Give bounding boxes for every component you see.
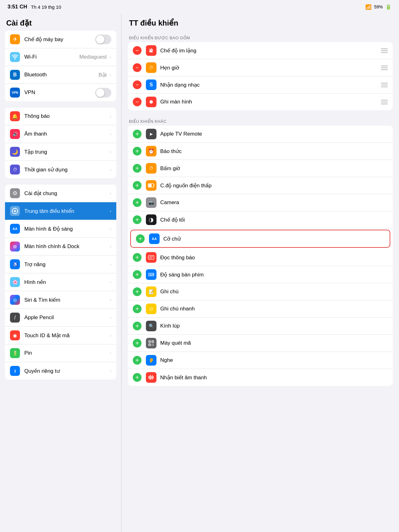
wifi-label: Wi-Fi bbox=[24, 54, 79, 60]
control-item-quicknote[interactable]: + ⊡ Ghi chú nhanh bbox=[128, 300, 393, 318]
settings-item-pencil[interactable]: / Apple Pencil › bbox=[5, 309, 116, 327]
settings-item-notification[interactable]: 🔔 Thông báo › bbox=[5, 108, 116, 125]
remove-shazam-btn[interactable]: − bbox=[133, 80, 142, 89]
control-item-silent[interactable]: − Chế độ im lặng bbox=[128, 42, 393, 59]
svg-rect-22 bbox=[150, 375, 151, 380]
add-camera-btn[interactable]: + bbox=[133, 198, 142, 207]
add-read-btn[interactable]: + bbox=[133, 253, 142, 262]
read-icon bbox=[146, 252, 156, 263]
bluetooth-value: Bật bbox=[99, 72, 107, 78]
wifi-status-icon: 📶 bbox=[365, 4, 372, 10]
control-item-lowpower[interactable]: + C.độ nguồn điện thấp bbox=[128, 177, 393, 194]
remove-record-btn[interactable]: − bbox=[133, 98, 142, 106]
settings-item-cc[interactable]: Trung tâm điều khiển › bbox=[5, 202, 116, 220]
control-item-appletv[interactable]: + ▶ Apple TV Remote bbox=[128, 126, 393, 143]
battery-icon: 🔋 bbox=[385, 4, 392, 10]
notification-chevron: › bbox=[110, 114, 111, 119]
siri-chevron: › bbox=[110, 297, 111, 302]
status-bar: 3:51 CH Th 4 19 thg 10 📶 59% 🔋 bbox=[0, 0, 399, 14]
home-icon: ⊞ bbox=[10, 242, 20, 252]
scanner-label: Máy quét mã bbox=[160, 340, 388, 346]
control-item-scanner[interactable]: + Máy quét mã bbox=[128, 335, 393, 352]
svg-point-1 bbox=[14, 210, 16, 212]
add-lowpower-btn[interactable]: + bbox=[133, 181, 142, 190]
privacy-chevron: › bbox=[110, 368, 111, 373]
control-item-magnifier[interactable]: + 🔍 Kính lúp bbox=[128, 318, 393, 335]
add-stopwatch-btn[interactable]: + bbox=[133, 164, 142, 173]
scanner-icon bbox=[146, 338, 156, 348]
wifi-value: Mediaguest bbox=[79, 54, 107, 60]
settings-item-sound[interactable]: 🔊 Âm thanh › bbox=[5, 125, 116, 143]
settings-item-airplane[interactable]: ✈ Chế độ máy bay bbox=[5, 31, 116, 48]
add-quicknote-btn[interactable]: + bbox=[133, 304, 142, 313]
control-item-record[interactable]: − ⏺ Ghi màn hình bbox=[128, 93, 393, 110]
control-item-dark[interactable]: + ◑ Chế độ tối bbox=[128, 211, 393, 228]
record-drag-handle[interactable] bbox=[381, 100, 388, 104]
notification-label: Thông báo bbox=[24, 113, 108, 119]
settings-item-bluetooth[interactable]: B Bluetooth Bật › bbox=[5, 66, 116, 84]
settings-item-general[interactable]: ⚙ Cài đặt chung › bbox=[5, 185, 116, 202]
control-item-notes[interactable]: + 📝 Ghi chú bbox=[128, 283, 393, 300]
settings-item-battery[interactable]: 🔋 Pin › bbox=[5, 344, 116, 362]
control-item-font[interactable]: + AA Cỡ chữ bbox=[130, 230, 390, 248]
settings-item-touchid[interactable]: ◉ Touch ID & Mật mã › bbox=[5, 327, 116, 344]
bluetooth-chevron: › bbox=[110, 72, 111, 77]
add-magnifier-btn[interactable]: + bbox=[133, 322, 142, 330]
add-alarm-btn[interactable]: + bbox=[133, 147, 142, 156]
privacy-icon: ||| bbox=[10, 366, 20, 376]
left-panel: Cài đặt ✈ Chế độ máy bay Wi-Fi Mediagues… bbox=[0, 14, 122, 532]
shazam-drag-handle[interactable] bbox=[381, 83, 388, 87]
svg-rect-25 bbox=[153, 376, 154, 379]
settings-item-vpn[interactable]: VPN VPN bbox=[5, 84, 116, 101]
settings-item-siri[interactable]: ◎ Siri & Tìm kiếm › bbox=[5, 291, 116, 309]
control-item-alarm[interactable]: + ⏰ Báo thức bbox=[128, 143, 393, 160]
control-item-camera[interactable]: + 📷 Camera bbox=[128, 194, 393, 211]
alarm-label: Báo thức bbox=[160, 148, 388, 155]
control-item-soundrec[interactable]: + Nhận biết âm thanh bbox=[128, 369, 393, 386]
wallpaper-icon: 🌸 bbox=[10, 277, 20, 287]
control-item-shazam[interactable]: − S Nhận dạng nhạc bbox=[128, 76, 393, 93]
svg-rect-17 bbox=[153, 344, 154, 344]
soundrec-icon bbox=[146, 372, 156, 383]
control-item-keyboard[interactable]: + ⌨ Độ sáng bàn phím bbox=[128, 266, 393, 283]
settings-item-screentime[interactable]: ⏱ Thời gian sử dụng › bbox=[5, 161, 116, 178]
settings-item-focus[interactable]: 🌙 Tập trung › bbox=[5, 143, 116, 161]
silent-label: Chế độ im lặng bbox=[160, 47, 378, 54]
timer-label: Hẹn giờ bbox=[160, 65, 378, 71]
remove-silent-btn[interactable]: − bbox=[133, 46, 142, 55]
add-notes-btn[interactable]: + bbox=[133, 287, 142, 296]
svg-rect-8 bbox=[149, 184, 152, 187]
shazam-icon: S bbox=[146, 79, 156, 90]
add-appletv-btn[interactable]: + bbox=[133, 130, 142, 138]
focus-icon: 🌙 bbox=[10, 147, 20, 157]
add-dark-btn[interactable]: + bbox=[133, 215, 142, 224]
vpn-label: VPN bbox=[24, 89, 95, 96]
add-scanner-btn[interactable]: + bbox=[133, 339, 142, 347]
control-item-stopwatch[interactable]: + ⏱ Bấm giờ bbox=[128, 160, 393, 177]
display-label: Màn hình & Độ sáng bbox=[24, 226, 108, 232]
add-soundrec-btn[interactable]: + bbox=[133, 373, 142, 382]
hearing-icon: 👂 bbox=[146, 355, 156, 366]
settings-item-display[interactable]: AA Màn hình & Độ sáng › bbox=[5, 220, 116, 238]
settings-item-privacy[interactable]: ||| Quyền riêng tư › bbox=[5, 362, 116, 380]
add-hearing-btn[interactable]: + bbox=[133, 356, 142, 365]
bluetooth-icon: B bbox=[10, 70, 20, 80]
silent-drag-handle[interactable] bbox=[381, 48, 388, 53]
settings-item-access[interactable]: ♿ Trợ năng › bbox=[5, 256, 116, 273]
control-item-hearing[interactable]: + 👂 Nghe bbox=[128, 352, 393, 369]
add-font-btn[interactable]: + bbox=[136, 234, 145, 243]
control-item-read[interactable]: + Đọc thông báo bbox=[128, 249, 393, 266]
font-icon: AA bbox=[149, 233, 160, 244]
settings-item-wifi[interactable]: Wi-Fi Mediaguest › bbox=[5, 48, 116, 66]
dark-icon: ◑ bbox=[146, 214, 156, 225]
general-label: Cài đặt chung bbox=[24, 190, 108, 197]
settings-item-home[interactable]: ⊞ Màn hình chính & Dock › bbox=[5, 238, 116, 256]
vpn-toggle[interactable] bbox=[95, 88, 111, 98]
add-keyboard-btn[interactable]: + bbox=[133, 270, 142, 279]
airplane-toggle[interactable] bbox=[95, 35, 111, 44]
control-item-timer[interactable]: − ⏱ Hẹn giờ bbox=[128, 59, 393, 76]
timer-drag-handle[interactable] bbox=[381, 65, 388, 70]
settings-item-wallpaper[interactable]: 🌸 Hình nền › bbox=[5, 273, 116, 291]
lowpower-icon bbox=[146, 180, 156, 191]
remove-timer-btn[interactable]: − bbox=[133, 63, 142, 72]
